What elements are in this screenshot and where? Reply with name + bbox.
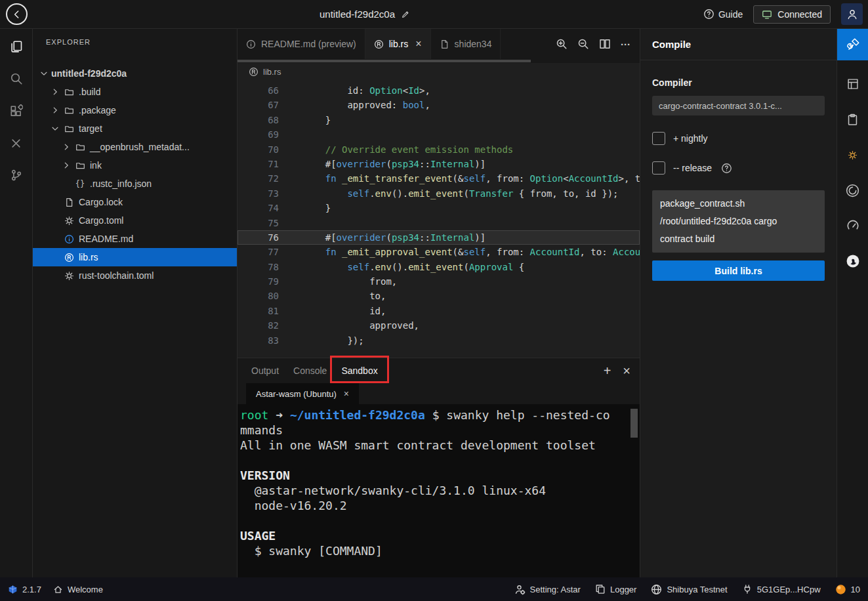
release-label: -- release	[673, 163, 712, 173]
code-line-73[interactable]: 73 self.env().emit_event(Transfer { from…	[238, 186, 640, 201]
code-line-76[interactable]: 76 #[overrider(psp34::Internal)]	[238, 230, 640, 245]
code-line-80[interactable]: 80 to,	[238, 289, 640, 303]
rename-pencil-icon[interactable]	[401, 10, 410, 19]
tree-item-label: README.md	[79, 234, 133, 244]
code-line-70[interactable]: 70 // Override event emission methods	[238, 142, 640, 157]
status-item-2.1.7[interactable]: 2.1.7	[8, 585, 41, 594]
activity-search-button[interactable]	[5, 68, 28, 90]
code-line-75[interactable]: 75	[238, 216, 640, 230]
activity-swanky-swan-button[interactable]	[837, 245, 868, 277]
tree-item-.package[interactable]: .package	[33, 101, 237, 119]
chevron-right-icon	[49, 87, 62, 96]
back-button[interactable]	[6, 3, 28, 25]
code-line-69[interactable]: 69	[238, 127, 640, 142]
code-line-81[interactable]: 81 id,	[238, 304, 640, 318]
folder-icon	[73, 161, 87, 171]
tree-item-.build[interactable]: .build	[33, 83, 237, 101]
code-line-83[interactable]: 83 });	[238, 333, 640, 348]
nightly-checkbox[interactable]	[652, 132, 665, 145]
tree-item-Cargo.lock[interactable]: Cargo.lock	[33, 193, 237, 211]
tree-item-ink[interactable]: ink	[33, 156, 237, 175]
terminal-tab[interactable]: Astar-wasm (Ubuntu) ×	[246, 383, 359, 404]
status-item-Logger[interactable]: Logger	[595, 584, 636, 594]
code-text	[279, 127, 308, 142]
editor-area: README.md (preview)lib.rs×shiden34 ··· l…	[238, 29, 640, 577]
code-editor[interactable]: 66 id: Option<Id>,67 approved: bool,68 }…	[238, 80, 640, 358]
tab-shiden34[interactable]: shiden34	[431, 29, 501, 59]
panel-action-new-terminal[interactable]: +	[604, 364, 611, 377]
panel-action-close-panel[interactable]: ×	[623, 364, 630, 377]
activity-compile-tools-button[interactable]	[837, 29, 868, 60]
code-line-77[interactable]: 77 fn _emit_approval_event(&self, from: …	[238, 245, 640, 259]
editor-action-more-actions[interactable]: ···	[621, 39, 630, 49]
terminal-tab-close-icon[interactable]: ×	[344, 388, 349, 399]
code-text: #[overrider(psp34::Internal)]	[279, 230, 486, 245]
tab-scrollbar-thumb[interactable]	[238, 60, 531, 62]
status-item-Setting: Astar[interactable]: Setting: Astar	[514, 584, 581, 595]
code-line-79[interactable]: 79 from,	[238, 274, 640, 289]
status-item-label: 5G1GEp...HCpw	[757, 585, 821, 594]
panel-tab-Output[interactable]: Output	[244, 358, 286, 383]
code-line-82[interactable]: 82 approved,	[238, 318, 640, 333]
activity-gauge-button[interactable]	[837, 210, 868, 241]
build-button[interactable]: Build lib.rs	[652, 260, 825, 281]
tab-lib.rs[interactable]: lib.rs×	[365, 29, 431, 59]
panel-tab-Sandbox[interactable]: Sandbox	[334, 358, 384, 383]
terminal[interactable]: root ➜ ~/untitled-f29d2c0a $ swanky help…	[238, 404, 640, 577]
compiler-select-value: cargo-contract-contract 3.0.1-c...	[659, 101, 782, 111]
home-icon	[53, 585, 63, 594]
connected-label: Connected	[777, 9, 822, 20]
code-line-78[interactable]: 78 self.env().emit_event(Approval {	[238, 260, 640, 274]
code-line-68[interactable]: 68 }	[238, 113, 640, 127]
activity-clipboard-button[interactable]	[837, 104, 868, 135]
zoom-out-icon	[577, 38, 589, 50]
tree-item-target[interactable]: target	[33, 119, 237, 138]
astar-cube-icon	[8, 585, 18, 594]
activity-files-button[interactable]	[5, 35, 28, 58]
tab-scrollbar[interactable]	[238, 59, 640, 63]
breadcrumb[interactable]: lib.rs	[238, 63, 640, 80]
activity-close-tool-button[interactable]	[5, 132, 28, 154]
status-item-Welcome[interactable]: Welcome	[53, 585, 103, 594]
tree-item-rust-toolchain.toml[interactable]: rust-toolchain.toml	[33, 266, 237, 285]
terminal-line: All in one WASM smart contract developme…	[240, 438, 630, 453]
tree-item-__openbrush_metadat...[interactable]: __openbrush_metadat...	[33, 138, 237, 156]
connected-button[interactable]: Connected	[753, 5, 831, 24]
terminal-scrollbar[interactable]	[630, 409, 638, 438]
activity-gear-color-button[interactable]	[837, 139, 868, 171]
tree-item-README.md[interactable]: README.md	[33, 230, 237, 248]
status-item-Shibuya Testnet[interactable]: Shibuya Testnet	[651, 584, 727, 595]
status-item-5G1GEp...HCpw[interactable]: 5G1GEp...HCpw	[742, 584, 821, 594]
tree-item-.rustc_info.json[interactable]: {}.rustc_info.json	[33, 175, 237, 193]
guide-button[interactable]: Guide	[703, 9, 743, 20]
compiler-select[interactable]: cargo-contract-contract 3.0.1-c...	[652, 96, 825, 115]
panel-tab-label: Sandbox	[341, 365, 377, 376]
tab-README.md (preview)[interactable]: README.md (preview)	[238, 29, 365, 59]
json-icon: {}	[73, 180, 87, 188]
tree-item-label: rust-toolchain.toml	[79, 270, 154, 281]
folder-icon	[62, 124, 75, 134]
editor-action-zoom-out[interactable]	[577, 38, 589, 50]
editor-action-split-editor[interactable]	[599, 38, 611, 50]
activity-source-control-button[interactable]	[5, 164, 28, 186]
activity-openbrush-button[interactable]	[837, 175, 868, 206]
tree-item-untitled-f29d2c0a[interactable]: untitled-f29d2c0a	[33, 64, 237, 83]
close-icon[interactable]: ×	[415, 38, 421, 50]
code-line-72[interactable]: 72 fn _emit_transfer_event(&self, from: …	[238, 171, 640, 186]
guide-label: Guide	[718, 9, 743, 20]
code-line-67[interactable]: 67 approved: bool,	[238, 98, 640, 112]
code-line-71[interactable]: 71 #[overrider(psp34::Internal)]	[238, 157, 640, 171]
code-line-66[interactable]: 66 id: Option<Id>,	[238, 83, 640, 98]
tree-item-lib.rs[interactable]: lib.rs	[33, 248, 237, 266]
tree-item-Cargo.toml[interactable]: Cargo.toml	[33, 211, 237, 230]
activity-deploy-box-button[interactable]	[837, 68, 868, 100]
activity-extensions-button[interactable]	[5, 100, 28, 122]
more-actions-icon: ···	[621, 39, 630, 49]
avatar[interactable]	[841, 3, 863, 25]
status-item-10[interactable]: 10	[835, 584, 860, 595]
editor-action-zoom-in[interactable]	[556, 38, 568, 50]
code-line-74[interactable]: 74 }	[238, 201, 640, 215]
release-checkbox[interactable]	[652, 161, 665, 175]
panel-tab-Console[interactable]: Console	[286, 358, 334, 383]
release-help-icon[interactable]	[721, 163, 732, 174]
